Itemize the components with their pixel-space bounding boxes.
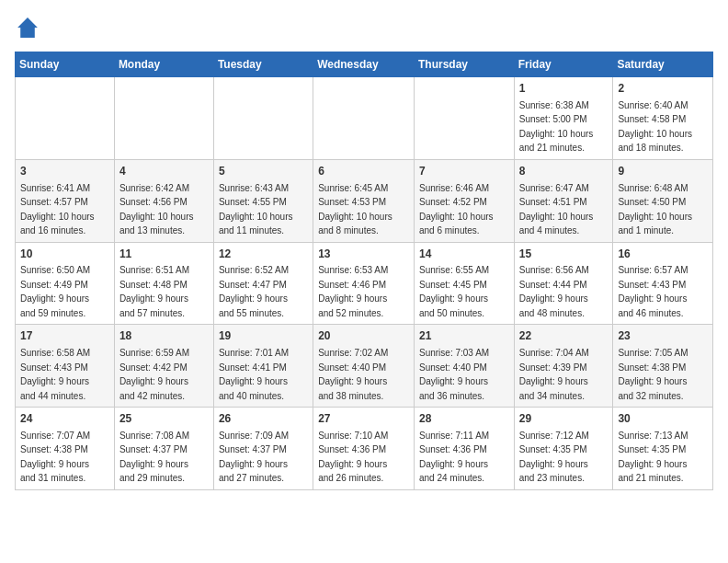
- table-row: [414, 77, 514, 160]
- day-number: 11: [119, 247, 209, 262]
- header-saturday: Saturday: [613, 52, 713, 77]
- table-row: 24Sunrise: 7:07 AM Sunset: 4:38 PM Dayli…: [16, 408, 115, 490]
- table-row: 23Sunrise: 7:05 AM Sunset: 4:38 PM Dayli…: [613, 325, 713, 408]
- day-number: 3: [20, 164, 109, 179]
- day-info: Sunrise: 6:58 AM Sunset: 4:43 PM Dayligh…: [20, 348, 90, 401]
- day-number: 2: [618, 81, 708, 97]
- svg-marker-0: [17, 17, 38, 38]
- table-row: 22Sunrise: 7:04 AM Sunset: 4:39 PM Dayli…: [514, 325, 613, 408]
- table-row: [213, 77, 313, 160]
- table-row: [313, 77, 415, 160]
- table-row: 30Sunrise: 7:13 AM Sunset: 4:35 PM Dayli…: [613, 408, 713, 490]
- day-info: Sunrise: 7:02 AM Sunset: 4:40 PM Dayligh…: [318, 348, 388, 401]
- day-info: Sunrise: 6:43 AM Sunset: 4:55 PM Dayligh…: [219, 183, 293, 236]
- table-row: 12Sunrise: 6:52 AM Sunset: 4:47 PM Dayli…: [213, 242, 313, 325]
- table-row: 20Sunrise: 7:02 AM Sunset: 4:40 PM Dayli…: [313, 325, 415, 408]
- day-number: 7: [419, 164, 509, 179]
- weekday-header-row: Sunday Monday Tuesday Wednesday Thursday…: [16, 52, 713, 77]
- day-number: 24: [20, 411, 109, 427]
- day-number: 10: [20, 247, 109, 262]
- day-number: 14: [419, 247, 509, 262]
- day-info: Sunrise: 6:41 AM Sunset: 4:57 PM Dayligh…: [20, 183, 95, 236]
- day-info: Sunrise: 7:01 AM Sunset: 4:41 PM Dayligh…: [219, 348, 289, 401]
- table-row: 16Sunrise: 6:57 AM Sunset: 4:43 PM Dayli…: [613, 242, 713, 325]
- table-row: 25Sunrise: 7:08 AM Sunset: 4:37 PM Dayli…: [114, 408, 213, 490]
- day-info: Sunrise: 6:45 AM Sunset: 4:53 PM Dayligh…: [318, 183, 392, 236]
- day-info: Sunrise: 7:03 AM Sunset: 4:40 PM Dayligh…: [419, 348, 489, 401]
- table-row: 21Sunrise: 7:03 AM Sunset: 4:40 PM Dayli…: [414, 325, 514, 408]
- header-tuesday: Tuesday: [213, 52, 313, 77]
- day-info: Sunrise: 6:59 AM Sunset: 4:42 PM Dayligh…: [119, 348, 189, 401]
- logo-icon: [15, 15, 40, 40]
- table-row: 2Sunrise: 6:40 AM Sunset: 4:58 PM Daylig…: [613, 77, 713, 160]
- page-header: [15, 15, 713, 40]
- table-row: 29Sunrise: 7:12 AM Sunset: 4:35 PM Dayli…: [514, 408, 613, 490]
- table-row: 15Sunrise: 6:56 AM Sunset: 4:44 PM Dayli…: [514, 242, 613, 325]
- day-info: Sunrise: 7:05 AM Sunset: 4:38 PM Dayligh…: [618, 348, 688, 401]
- calendar-week-row: 1Sunrise: 6:38 AM Sunset: 5:00 PM Daylig…: [16, 77, 713, 160]
- day-info: Sunrise: 7:07 AM Sunset: 4:38 PM Dayligh…: [20, 431, 90, 484]
- day-number: 23: [618, 328, 708, 344]
- table-row: 19Sunrise: 7:01 AM Sunset: 4:41 PM Dayli…: [213, 325, 313, 408]
- day-number: 25: [119, 411, 209, 427]
- day-info: Sunrise: 7:11 AM Sunset: 4:36 PM Dayligh…: [419, 431, 489, 484]
- day-number: 27: [318, 411, 409, 427]
- table-row: 17Sunrise: 6:58 AM Sunset: 4:43 PM Dayli…: [16, 325, 115, 408]
- day-info: Sunrise: 7:13 AM Sunset: 4:35 PM Dayligh…: [618, 431, 688, 484]
- table-row: 4Sunrise: 6:42 AM Sunset: 4:56 PM Daylig…: [114, 159, 213, 242]
- day-info: Sunrise: 6:47 AM Sunset: 4:51 PM Dayligh…: [519, 183, 594, 236]
- day-info: Sunrise: 6:40 AM Sunset: 4:58 PM Dayligh…: [618, 100, 692, 154]
- day-info: Sunrise: 6:52 AM Sunset: 4:47 PM Dayligh…: [219, 265, 289, 318]
- day-number: 16: [618, 247, 708, 262]
- day-info: Sunrise: 6:51 AM Sunset: 4:48 PM Dayligh…: [119, 265, 189, 318]
- day-info: Sunrise: 6:38 AM Sunset: 5:00 PM Dayligh…: [519, 100, 594, 154]
- table-row: 5Sunrise: 6:43 AM Sunset: 4:55 PM Daylig…: [213, 159, 313, 242]
- header-thursday: Thursday: [414, 52, 514, 77]
- day-info: Sunrise: 7:12 AM Sunset: 4:35 PM Dayligh…: [519, 431, 589, 484]
- day-number: 26: [219, 411, 308, 427]
- table-row: 7Sunrise: 6:46 AM Sunset: 4:52 PM Daylig…: [414, 159, 514, 242]
- day-info: Sunrise: 7:10 AM Sunset: 4:36 PM Dayligh…: [318, 431, 388, 484]
- day-number: 29: [519, 411, 609, 427]
- table-row: 10Sunrise: 6:50 AM Sunset: 4:49 PM Dayli…: [16, 242, 115, 325]
- table-row: 11Sunrise: 6:51 AM Sunset: 4:48 PM Dayli…: [114, 242, 213, 325]
- day-number: 9: [618, 164, 708, 179]
- day-number: 12: [219, 247, 308, 262]
- calendar-table: Sunday Monday Tuesday Wednesday Thursday…: [15, 52, 713, 490]
- table-row: 27Sunrise: 7:10 AM Sunset: 4:36 PM Dayli…: [313, 408, 415, 490]
- day-number: 1: [519, 81, 609, 97]
- day-number: 6: [318, 164, 409, 179]
- table-row: 18Sunrise: 6:59 AM Sunset: 4:42 PM Dayli…: [114, 325, 213, 408]
- table-row: 1Sunrise: 6:38 AM Sunset: 5:00 PM Daylig…: [514, 77, 613, 160]
- table-row: 13Sunrise: 6:53 AM Sunset: 4:46 PM Dayli…: [313, 242, 415, 325]
- day-info: Sunrise: 6:50 AM Sunset: 4:49 PM Dayligh…: [20, 265, 90, 318]
- table-row: 8Sunrise: 6:47 AM Sunset: 4:51 PM Daylig…: [514, 159, 613, 242]
- day-number: 21: [419, 328, 509, 344]
- header-monday: Monday: [114, 52, 213, 77]
- day-info: Sunrise: 6:55 AM Sunset: 4:45 PM Dayligh…: [419, 265, 489, 318]
- day-number: 18: [119, 328, 209, 344]
- day-number: 5: [219, 164, 308, 179]
- day-number: 28: [419, 411, 509, 427]
- day-number: 19: [219, 328, 308, 344]
- table-row: 3Sunrise: 6:41 AM Sunset: 4:57 PM Daylig…: [16, 159, 115, 242]
- calendar-week-row: 24Sunrise: 7:07 AM Sunset: 4:38 PM Dayli…: [16, 408, 713, 490]
- calendar-week-row: 17Sunrise: 6:58 AM Sunset: 4:43 PM Dayli…: [16, 325, 713, 408]
- day-info: Sunrise: 7:08 AM Sunset: 4:37 PM Dayligh…: [119, 431, 189, 484]
- table-row: 26Sunrise: 7:09 AM Sunset: 4:37 PM Dayli…: [213, 408, 313, 490]
- header-sunday: Sunday: [16, 52, 115, 77]
- logo: [15, 15, 44, 40]
- table-row: 6Sunrise: 6:45 AM Sunset: 4:53 PM Daylig…: [313, 159, 415, 242]
- day-number: 20: [318, 328, 409, 344]
- day-number: 13: [318, 247, 409, 262]
- header-wednesday: Wednesday: [313, 52, 415, 77]
- day-number: 30: [618, 411, 708, 427]
- table-row: [114, 77, 213, 160]
- day-info: Sunrise: 6:48 AM Sunset: 4:50 PM Dayligh…: [618, 183, 692, 236]
- day-info: Sunrise: 6:46 AM Sunset: 4:52 PM Dayligh…: [419, 183, 494, 236]
- table-row: 28Sunrise: 7:11 AM Sunset: 4:36 PM Dayli…: [414, 408, 514, 490]
- day-number: 4: [119, 164, 209, 179]
- day-info: Sunrise: 6:56 AM Sunset: 4:44 PM Dayligh…: [519, 265, 589, 318]
- day-info: Sunrise: 7:09 AM Sunset: 4:37 PM Dayligh…: [219, 431, 289, 484]
- day-number: 22: [519, 328, 609, 344]
